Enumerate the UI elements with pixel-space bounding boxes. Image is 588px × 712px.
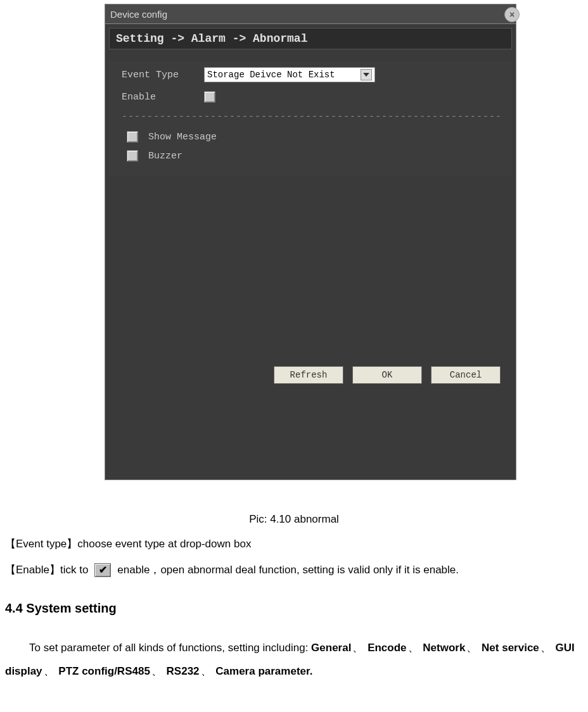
enable-desc-post: enable，open abnormal deal function, sett… bbox=[117, 561, 459, 578]
sep4: 、 bbox=[540, 642, 551, 654]
dialog-body: Setting -> Alarm -> Abnormal Event Type … bbox=[105, 24, 516, 480]
sep6: 、 bbox=[151, 665, 162, 677]
divider-line: ----------------------------------------… bbox=[122, 111, 503, 122]
bold-camera: Camera parameter. bbox=[215, 665, 312, 677]
bold-network: Network bbox=[423, 642, 465, 654]
enable-description: 【Enable】tick to enable，open abnormal dea… bbox=[5, 561, 583, 578]
form-area: Event Type Storage Deivce Not Exist Enab… bbox=[109, 61, 512, 175]
enable-desc-pre: 【Enable】tick to bbox=[5, 561, 88, 578]
enable-label: Enable bbox=[122, 92, 204, 103]
section-heading-4-4: 4.4 System setting bbox=[5, 598, 583, 618]
show-message-label: Show Message bbox=[148, 132, 217, 143]
bold-netservice: Net service bbox=[482, 642, 539, 654]
buzzer-checkbox[interactable] bbox=[127, 150, 138, 162]
bold-rs232: RS232 bbox=[167, 665, 200, 677]
checked-checkbox-icon bbox=[94, 563, 111, 577]
close-icon[interactable]: × bbox=[504, 7, 520, 22]
event-type-label: Event Type bbox=[122, 70, 204, 80]
sep1: 、 bbox=[352, 642, 363, 654]
figure-caption: Pic: 4.10 abnormal bbox=[5, 511, 583, 528]
buzzer-label: Buzzer bbox=[148, 151, 182, 162]
ok-button[interactable]: OK bbox=[352, 366, 422, 384]
enable-row: Enable bbox=[122, 91, 503, 103]
dialog-title: Device config bbox=[110, 9, 167, 20]
sep3: 、 bbox=[466, 642, 477, 654]
event-type-value: Storage Deivce Not Exist bbox=[207, 70, 335, 80]
system-setting-paragraph: To set parameter of all kinds of functio… bbox=[5, 636, 583, 683]
sys-intro: To set parameter of all kinds of functio… bbox=[29, 642, 311, 654]
button-row: Refresh OK Cancel bbox=[105, 366, 516, 384]
buzzer-row: Buzzer bbox=[122, 150, 503, 162]
document-text: Pic: 4.10 abnormal 【Event type】choose ev… bbox=[0, 511, 588, 683]
breadcrumb: Setting -> Alarm -> Abnormal bbox=[109, 28, 512, 49]
titlebar: Device config × bbox=[105, 4, 516, 24]
bold-ptz: PTZ config/RS485 bbox=[58, 665, 150, 677]
device-config-dialog: Device config × Setting -> Alarm -> Abno… bbox=[105, 4, 516, 480]
sep7: 、 bbox=[201, 665, 212, 677]
sep2: 、 bbox=[408, 642, 419, 654]
sep5: 、 bbox=[44, 665, 54, 677]
enable-checkbox[interactable] bbox=[204, 91, 215, 103]
cancel-button[interactable]: Cancel bbox=[431, 366, 501, 384]
event-type-dropdown[interactable]: Storage Deivce Not Exist bbox=[204, 67, 375, 82]
chevron-down-icon[interactable] bbox=[361, 69, 372, 80]
show-message-row: Show Message bbox=[122, 131, 503, 143]
bold-encode: Encode bbox=[368, 642, 406, 654]
refresh-button[interactable]: Refresh bbox=[274, 366, 343, 384]
event-type-row: Event Type Storage Deivce Not Exist bbox=[122, 67, 503, 82]
event-type-description: 【Event type】choose event type at drop-do… bbox=[5, 535, 583, 552]
show-message-checkbox[interactable] bbox=[127, 131, 138, 143]
bold-general: General bbox=[311, 642, 351, 654]
